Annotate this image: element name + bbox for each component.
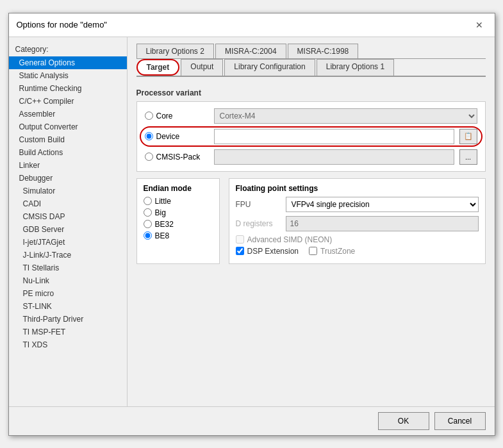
processor-variant-section: Core Cortex-M4 Device ST STM32F407VG	[136, 101, 486, 172]
advanced-simd-checkbox[interactable]	[236, 235, 244, 244]
ok-button[interactable]: OK	[378, 412, 429, 430]
fpu-select[interactable]: VFPv4 single precision	[286, 197, 479, 212]
cmsis-label: CMSIS-Pack	[156, 153, 201, 162]
sidebar-item-ti-stellaris[interactable]: TI Stellaris	[9, 261, 127, 274]
endian-option-be8: BE8	[144, 231, 213, 240]
floating-point-panel: Floating point settings FPU VFPv4 single…	[229, 178, 486, 264]
sidebar-item-static-analysis[interactable]: Static Analysis	[9, 69, 127, 82]
device-label: Device	[156, 132, 180, 141]
tab-top-misra-2004[interactable]: MISRA-C:2004	[215, 44, 286, 58]
processor-variant-title: Processor variant	[136, 88, 486, 97]
tab-bottom-lib-options-1[interactable]: Library Options 1	[317, 59, 394, 76]
endian-label-little: Little	[155, 197, 171, 206]
device-radio[interactable]	[145, 132, 153, 140]
dsp-checkbox[interactable]	[236, 247, 244, 255]
dsp-label: DSP Extension	[247, 247, 299, 256]
device-radio-label[interactable]: Device	[145, 132, 209, 141]
fp-title: Floating point settings	[236, 184, 479, 193]
trustzone-label: TrustZone	[320, 247, 355, 256]
endian-label-be8: BE8	[155, 231, 170, 240]
sidebar-item-pe-micro[interactable]: PE micro	[9, 287, 127, 300]
tab-bottom-target[interactable]: Target	[136, 59, 180, 76]
core-label: Core	[156, 112, 173, 120]
endian-radio-big[interactable]	[144, 208, 152, 217]
tab-bottom-output[interactable]: Output	[181, 59, 223, 76]
endian-option-be32: BE32	[144, 220, 213, 229]
fpu-label: FPU	[236, 200, 281, 209]
main-content: Library Options 2MISRA-C:2004MISRA-C:199…	[128, 37, 495, 406]
close-button[interactable]: ✕	[472, 19, 487, 31]
endian-label-be32: BE32	[155, 220, 174, 229]
cancel-button[interactable]: Cancel	[434, 412, 486, 430]
endian-radio-little[interactable]	[144, 197, 152, 205]
fpu-row: FPU VFPv4 single precision	[236, 197, 479, 212]
sidebar-item-custom-build[interactable]: Custom Build	[9, 133, 127, 146]
sidebar-item-linker[interactable]: Linker	[9, 159, 127, 172]
sidebar-item-assembler[interactable]: Assembler	[9, 108, 127, 120]
device-browse-button[interactable]: 📋	[459, 129, 477, 144]
core-radio-label[interactable]: Core	[145, 112, 209, 120]
sidebar-item-st-link[interactable]: ST-LINK	[9, 300, 127, 313]
cmsis-browse-button[interactable]: ...	[459, 149, 477, 165]
top-tab-row: Library Options 2MISRA-C:2004MISRA-C:199…	[136, 44, 486, 59]
endian-label-big: Big	[155, 208, 166, 217]
endian-title: Endian mode	[144, 184, 213, 193]
endian-option-big: Big	[144, 208, 213, 217]
sidebar-item-output-converter[interactable]: Output Converter	[9, 120, 127, 133]
sidebar-item-nu-link[interactable]: Nu-Link	[9, 274, 127, 287]
tab-bottom-lib-config[interactable]: Library Configuration	[224, 59, 315, 76]
cmsis-input[interactable]: None	[214, 149, 454, 165]
device-input[interactable]: ST STM32F407VG	[214, 129, 454, 144]
sidebar-item-i-jet[interactable]: I-jet/JTAGjet	[9, 236, 127, 249]
dialog-title: Options for node "demo"	[17, 20, 107, 29]
sidebar-item-cmsis-dap[interactable]: CMSIS DAP	[9, 210, 127, 223]
sidebar-item-general-options[interactable]: General Options	[9, 56, 127, 69]
endian-radio-be8[interactable]	[144, 231, 152, 240]
sidebar-item-simulator[interactable]: Simulator	[9, 185, 127, 197]
advanced-simd-row: Advanced SIMD (NEON)	[236, 235, 479, 244]
tab-top-lib-options-2[interactable]: Library Options 2	[136, 44, 214, 58]
core-select[interactable]: Cortex-M4	[214, 108, 477, 124]
browse-icon: 📋	[464, 132, 473, 140]
cmsis-row: CMSIS-Pack None ...	[145, 149, 477, 165]
bottom-panels: Endian mode LittleBigBE32BE8 Floating po…	[136, 178, 486, 264]
ellipsis-icon: ...	[465, 153, 471, 161]
category-label: Category:	[9, 42, 127, 56]
dregs-value: 16	[286, 216, 479, 231]
sidebar-item-ti-msp-fet[interactable]: TI MSP-FET	[9, 326, 127, 338]
sidebar-item-third-party[interactable]: Third-Party Driver	[9, 313, 127, 326]
dsp-trustzone-row: DSP Extension TrustZone	[236, 247, 479, 258]
sidebar-item-ti-xds[interactable]: TI XDS	[9, 338, 127, 351]
endian-panel: Endian mode LittleBigBE32BE8	[136, 178, 220, 264]
dregs-row: D registers 16	[236, 216, 479, 231]
cmsis-radio-label[interactable]: CMSIS-Pack	[145, 153, 209, 162]
endian-radio-be32[interactable]	[144, 220, 152, 228]
sidebar-item-cadi[interactable]: CADI	[9, 197, 127, 210]
title-bar: Options for node "demo" ✕	[9, 13, 495, 37]
sidebar-item-debugger[interactable]: Debugger	[9, 172, 127, 185]
core-row: Core Cortex-M4	[145, 108, 477, 124]
dsp-row: DSP Extension	[236, 247, 299, 256]
device-row: Device ST STM32F407VG 📋	[145, 129, 477, 144]
sidebar-item-cpp-compiler[interactable]: C/C++ Compiler	[9, 95, 127, 108]
endian-option-little: Little	[144, 197, 213, 206]
core-radio[interactable]	[145, 112, 153, 120]
tab-top-misra-1998[interactable]: MISRA-C:1998	[288, 44, 359, 58]
bottom-tab-row: TargetOutputLibrary ConfigurationLibrary…	[136, 59, 486, 77]
dialog-footer: OK Cancel	[9, 406, 495, 435]
sidebar-item-build-actions[interactable]: Build Actions	[9, 146, 127, 159]
dialog-body: Category: General OptionsStatic Analysis…	[9, 37, 495, 406]
trustzone-row: TrustZone	[309, 247, 355, 256]
options-dialog: Options for node "demo" ✕ Category: Gene…	[8, 13, 495, 436]
dregs-label: D registers	[236, 219, 281, 228]
sidebar: Category: General OptionsStatic Analysis…	[9, 37, 128, 406]
trustzone-checkbox[interactable]	[309, 247, 317, 255]
sidebar-item-runtime-checking[interactable]: Runtime Checking	[9, 82, 127, 95]
sidebar-item-gdb-server[interactable]: GDB Server	[9, 223, 127, 236]
advanced-simd-label: Advanced SIMD (NEON)	[247, 235, 333, 244]
sidebar-item-j-link[interactable]: J-Link/J-Trace	[9, 249, 127, 261]
cmsis-radio[interactable]	[145, 153, 153, 161]
